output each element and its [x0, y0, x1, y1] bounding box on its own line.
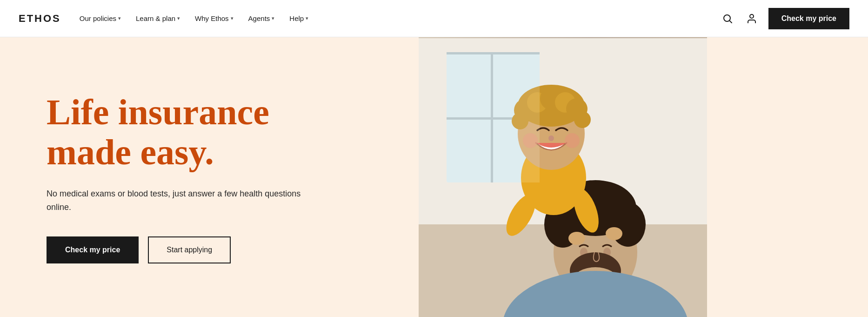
hero-check-price-button[interactable]: Check my price [47, 236, 139, 263]
hero-section: Life insurance made easy. No medical exa… [0, 37, 868, 317]
chevron-down-icon: ▾ [306, 15, 308, 21]
svg-point-23 [568, 232, 585, 245]
svg-point-35 [565, 133, 580, 148]
navbar-right: Check my price [720, 8, 849, 29]
search-icon [722, 13, 733, 24]
hero-title-line1: Life insurance [47, 92, 269, 132]
hero-illustration [419, 37, 707, 317]
user-icon [746, 13, 757, 24]
svg-point-24 [606, 227, 622, 240]
nav-item-why-ethos[interactable]: Why Ethos ▾ [195, 14, 234, 22]
nav-label-learn-plan: Learn & plan [136, 14, 175, 22]
navbar: ETHOS Our policies ▾ Learn & plan ▾ Why … [0, 0, 868, 37]
chevron-down-icon: ▾ [231, 15, 234, 21]
navbar-cta-button[interactable]: Check my price [768, 8, 849, 29]
hero-content: Life insurance made easy. No medical exa… [0, 37, 419, 317]
svg-rect-19 [521, 294, 670, 317]
svg-rect-37 [447, 52, 540, 182]
hero-image-container [419, 37, 707, 317]
svg-point-0 [724, 15, 730, 21]
hero-buttons: Check my price Start applying [47, 236, 381, 263]
nav-label-agents: Agents [248, 14, 270, 22]
hero-subtitle: No medical exams or blood tests, just an… [47, 187, 307, 214]
chevron-down-icon: ▾ [118, 15, 121, 21]
nav-links: Our policies ▾ Learn & plan ▾ Why Ethos … [80, 14, 308, 22]
search-button[interactable] [720, 11, 735, 26]
nav-item-help[interactable]: Help ▾ [289, 14, 308, 22]
hero-start-applying-button[interactable]: Start applying [148, 236, 231, 263]
hero-title: Life insurance made easy. [47, 92, 381, 172]
navbar-left: ETHOS Our policies ▾ Learn & plan ▾ Why … [19, 13, 308, 25]
svg-point-2 [750, 14, 754, 18]
nav-label-why-ethos: Why Ethos [195, 14, 229, 22]
nav-label-our-policies: Our policies [80, 14, 116, 22]
chevron-down-icon: ▾ [272, 15, 274, 21]
svg-line-1 [729, 20, 731, 22]
nav-item-agents[interactable]: Agents ▾ [248, 14, 275, 22]
logo[interactable]: ETHOS [19, 13, 61, 25]
svg-point-33 [574, 111, 591, 128]
chevron-down-icon: ▾ [177, 15, 180, 21]
nav-label-help: Help [289, 14, 304, 22]
hero-image [419, 37, 707, 317]
nav-item-our-policies[interactable]: Our policies ▾ [80, 14, 121, 22]
account-button[interactable] [744, 11, 759, 26]
svg-point-36 [548, 135, 554, 141]
hero-title-line2: made easy. [47, 132, 214, 172]
nav-item-learn-plan[interactable]: Learn & plan ▾ [136, 14, 180, 22]
